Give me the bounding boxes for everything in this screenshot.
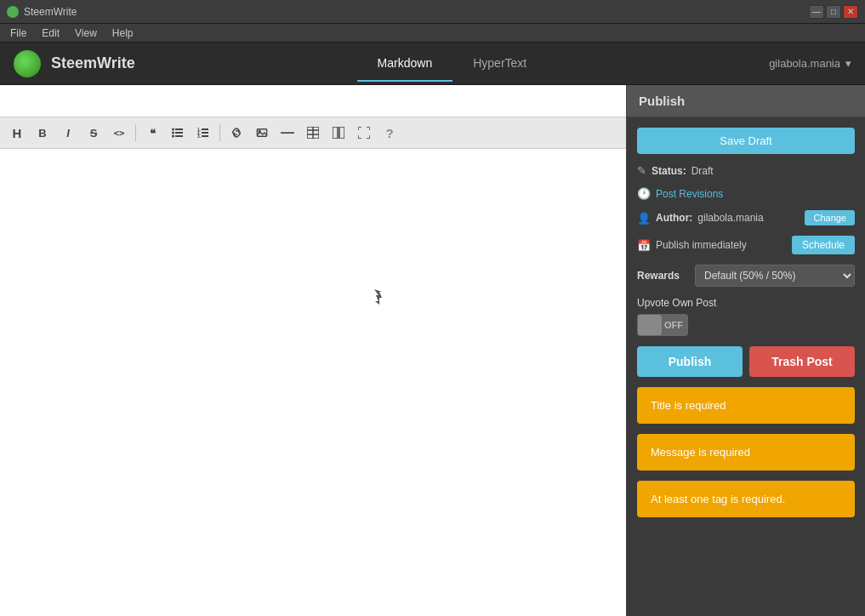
toggle-thumb	[638, 315, 662, 335]
toolbar-code-button[interactable]: <>	[107, 121, 131, 145]
toggle-container[interactable]: OFF	[637, 314, 855, 336]
toolbar-unordered-list-button[interactable]	[166, 121, 190, 145]
title-input[interactable]	[0, 85, 626, 117]
toolbar-table-button[interactable]	[301, 121, 325, 145]
tag-required-alert: At least one tag is required.	[637, 481, 855, 517]
app-name: SteemWrite	[51, 54, 135, 72]
editor-body[interactable]	[0, 149, 626, 616]
trash-post-button[interactable]: Trash Post	[749, 346, 855, 377]
status-icon: ✎	[637, 164, 646, 177]
schedule-button[interactable]: Schedule	[792, 236, 855, 254]
toolbar-image-button[interactable]	[250, 121, 274, 145]
svg-rect-12	[257, 129, 266, 136]
post-revisions-link[interactable]: Post Revisions	[656, 188, 723, 200]
svg-rect-1	[175, 132, 183, 134]
editor-panel: H B I S <> ❝ 1.2.3. —	[0, 85, 627, 616]
rewards-select[interactable]: Default (50% / 50%)	[695, 265, 855, 287]
menu-edit[interactable]: Edit	[35, 26, 66, 41]
svg-point-5	[172, 135, 174, 138]
toolbar-help-button[interactable]: ?	[378, 121, 401, 145]
user-menu[interactable]: gilabola.mania ▾	[769, 57, 851, 70]
toolbar-blockquote-button[interactable]: ❝	[140, 121, 164, 145]
svg-rect-18	[333, 127, 338, 139]
title-bar: SteemWrite — □ ✕	[0, 0, 865, 24]
app-header-left: SteemWrite	[14, 50, 135, 77]
author-value: gilabola.mania	[697, 212, 763, 224]
app-header: SteemWrite Markdown HyperText gilabola.m…	[0, 43, 865, 85]
app-title-bar-name: SteemWrite	[24, 6, 77, 18]
username: gilabola.mania	[769, 57, 840, 70]
editor-toolbar: H B I S <> ❝ 1.2.3. —	[0, 117, 626, 149]
author-icon: 👤	[637, 212, 651, 225]
toolbar-hr-button[interactable]: —	[276, 121, 299, 145]
message-required-alert: Message is required	[637, 434, 855, 471]
svg-rect-0	[175, 128, 183, 130]
title-required-alert: Title is required	[637, 387, 855, 424]
sidebar-panel: Publish Save Draft ✎ Status: Draft 🕐 Pos…	[627, 85, 865, 616]
menu-view[interactable]: View	[68, 26, 104, 41]
upvote-section: Upvote Own Post OFF	[637, 297, 855, 336]
toolbar-strikethrough-button[interactable]: S	[82, 121, 105, 145]
svg-point-13	[259, 131, 260, 133]
svg-text:3.: 3.	[197, 134, 202, 139]
save-draft-button[interactable]: Save Draft	[637, 128, 855, 154]
menu-help[interactable]: Help	[105, 26, 140, 41]
toggle-state-label: OFF	[664, 320, 683, 330]
sidebar-header: Publish	[627, 85, 865, 117]
upvote-label: Upvote Own Post	[637, 297, 855, 309]
toolbar-sep-1	[135, 124, 136, 141]
author-label: Author:	[656, 212, 692, 224]
app-logo	[14, 50, 41, 77]
toolbar-fullscreen-button[interactable]	[352, 121, 376, 145]
publish-schedule-row: 📅 Publish immediately Schedule	[637, 236, 855, 254]
toolbar-ordered-list-button[interactable]: 1.2.3.	[191, 121, 215, 145]
toolbar-bold-button[interactable]: B	[31, 121, 54, 145]
toolbar-heading-button[interactable]: H	[5, 121, 29, 145]
svg-rect-8	[202, 135, 208, 137]
toolbar-link-button[interactable]	[225, 121, 248, 145]
svg-rect-7	[202, 132, 208, 134]
action-buttons: Publish Trash Post	[637, 346, 855, 377]
upvote-toggle[interactable]: OFF	[637, 314, 688, 336]
status-label: Status:	[652, 165, 686, 177]
rewards-label: Rewards	[637, 270, 688, 282]
chevron-down-icon: ▾	[845, 57, 851, 70]
status-value: Draft	[691, 165, 714, 177]
post-revisions-row: 🕐 Post Revisions	[637, 187, 855, 200]
toolbar-italic-button[interactable]: I	[56, 121, 80, 145]
publish-button[interactable]: Publish	[637, 346, 743, 377]
main-layout: H B I S <> ❝ 1.2.3. —	[0, 85, 865, 616]
title-bar-left: SteemWrite	[7, 6, 77, 18]
status-row: ✎ Status: Draft	[637, 164, 855, 177]
toolbar-columns-button[interactable]	[327, 121, 350, 145]
svg-rect-6	[202, 128, 208, 130]
svg-rect-19	[339, 127, 344, 139]
revisions-icon: 🕐	[637, 187, 651, 200]
tab-hypertext[interactable]: HyperText	[452, 46, 547, 82]
menu-bar: File Edit View Help	[0, 24, 865, 43]
app-tabs: Markdown HyperText	[357, 46, 548, 82]
cursor-indicator	[374, 289, 384, 303]
menu-file[interactable]: File	[3, 26, 33, 41]
change-author-button[interactable]: Change	[805, 210, 855, 225]
toolbar-sep-2	[219, 124, 220, 141]
title-bar-controls[interactable]: — □ ✕	[809, 5, 858, 19]
maximize-button[interactable]: □	[826, 5, 841, 19]
author-row: 👤 Author: gilabola.mania Change	[637, 210, 855, 225]
sidebar-content: Save Draft ✎ Status: Draft 🕐 Post Revisi…	[627, 117, 865, 528]
svg-point-4	[172, 132, 174, 134]
calendar-icon: 📅	[637, 239, 651, 252]
publish-immediately-label: Publish immediately	[656, 239, 747, 251]
minimize-button[interactable]: —	[809, 5, 824, 19]
svg-point-3	[172, 128, 174, 131]
close-button[interactable]: ✕	[843, 5, 858, 19]
svg-rect-2	[175, 135, 183, 137]
app-icon	[7, 6, 19, 18]
rewards-row: Rewards Default (50% / 50%)	[637, 265, 855, 287]
tab-markdown[interactable]: Markdown	[357, 46, 453, 82]
